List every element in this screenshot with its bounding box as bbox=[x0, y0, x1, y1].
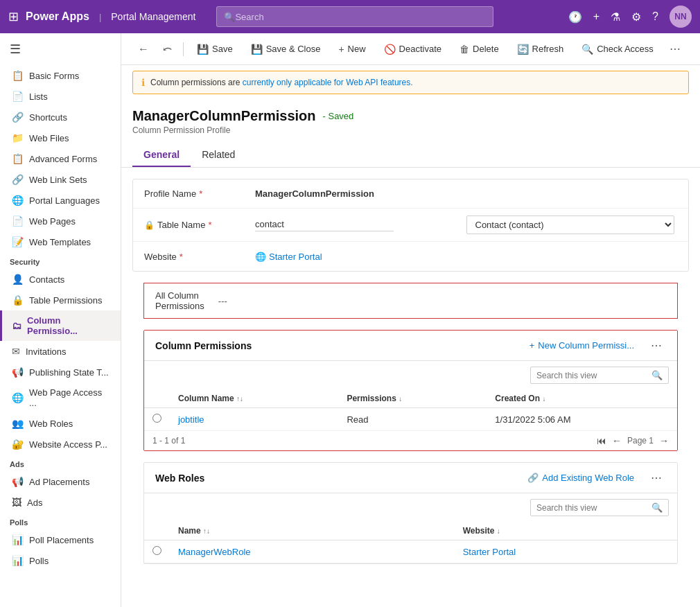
web-roles-website-header[interactable]: Website ↓ bbox=[455, 522, 677, 540]
sidebar-item-ad-placements[interactable]: 📢 Ad Placements bbox=[0, 471, 121, 492]
page-number: Page 1 bbox=[627, 436, 654, 446]
deactivate-icon: 🚫 bbox=[384, 44, 396, 55]
web-roles-search-icon: 🔍 bbox=[651, 502, 663, 513]
record-header: ManagerColumnPermission - Saved Column P… bbox=[121, 100, 700, 138]
sidebar-item-label: Web Templates bbox=[29, 237, 91, 247]
deactivate-button[interactable]: 🚫 Deactivate bbox=[376, 39, 449, 59]
sidebar-item-ads[interactable]: 🖼 Ads bbox=[0, 492, 121, 513]
save-button[interactable]: 💾 Save bbox=[189, 39, 240, 59]
table-permissions-icon: 🔒 bbox=[12, 294, 24, 306]
profile-name-value[interactable]: ManagerColumnPermission bbox=[255, 188, 677, 199]
sidebar-item-invitations[interactable]: ✉ Invitations bbox=[0, 341, 121, 362]
sidebar-item-web-files[interactable]: 📁 Web Files bbox=[0, 127, 121, 148]
profile-name-row: Profile Name * ManagerColumnPermission bbox=[133, 179, 688, 209]
column-permissions-table: Column Name ↑↓ Permissions ↓ Created On … bbox=[144, 389, 677, 431]
row-permissions: Read bbox=[338, 408, 487, 431]
table-name-dropdown[interactable]: Contact (contact) bbox=[466, 215, 678, 234]
plus-icon: + bbox=[530, 340, 535, 351]
web-roles-row-website: Starter Portal bbox=[455, 540, 677, 563]
sidebar-item-label: Publishing State T... bbox=[29, 367, 109, 378]
row-col-name: jobtitle bbox=[170, 408, 338, 431]
refresh-button[interactable]: 🔄 Refresh bbox=[509, 39, 572, 59]
pagination-text: 1 - 1 of 1 bbox=[152, 436, 185, 446]
first-page-button[interactable]: ⏮ bbox=[597, 435, 606, 446]
info-link[interactable]: currently only applicable for Web API fe… bbox=[243, 78, 413, 87]
sidebar-item-advanced-forms[interactable]: 📋 Advanced Forms bbox=[0, 148, 121, 169]
delete-button[interactable]: 🗑 Delete bbox=[452, 39, 507, 59]
sidebar-item-website-access[interactable]: 🔐 Website Access P... bbox=[0, 434, 121, 455]
column-permissions-header: Column Permissions + New Column Permissi… bbox=[144, 331, 677, 361]
sidebar-item-web-pages[interactable]: 📄 Web Pages bbox=[0, 211, 121, 231]
name-sort-icon: ↑↓ bbox=[203, 527, 210, 535]
row-radio[interactable] bbox=[144, 408, 170, 431]
tab-general[interactable]: General bbox=[132, 143, 191, 167]
save-icon: 💾 bbox=[197, 44, 209, 55]
sidebar-item-column-permissions[interactable]: 🗂 Column Permissio... bbox=[0, 310, 121, 341]
tab-related[interactable]: Related bbox=[191, 143, 246, 167]
new-column-permission-button[interactable]: + New Column Permissi... bbox=[523, 337, 641, 353]
sidebar-item-lists[interactable]: 📄 Lists bbox=[0, 86, 121, 107]
polls-section-label: Polls bbox=[0, 513, 121, 529]
check-access-button[interactable]: 🔍 Check Access bbox=[574, 39, 661, 59]
new-button[interactable]: + New bbox=[331, 39, 373, 59]
permissions-header[interactable]: Permissions ↓ bbox=[338, 389, 487, 408]
col-name-header[interactable]: Column Name ↑↓ bbox=[170, 389, 338, 408]
search-icon: 🔍 bbox=[651, 370, 663, 380]
add-icon[interactable]: + bbox=[593, 10, 600, 23]
next-page-button[interactable]: → bbox=[659, 435, 669, 446]
back-button[interactable]: ← bbox=[132, 39, 155, 59]
help-icon[interactable]: ? bbox=[652, 10, 658, 23]
ads-icon: 🖼 bbox=[12, 497, 21, 508]
web-roles-more[interactable]: ⋯ bbox=[647, 470, 666, 486]
column-permissions-more[interactable]: ⋯ bbox=[647, 337, 666, 353]
toolbar-more-button[interactable]: ⋯ bbox=[664, 39, 686, 59]
add-existing-web-role-button[interactable]: 🔗 Add Existing Web Role bbox=[520, 470, 641, 486]
save-close-button[interactable]: 💾 Save & Close bbox=[243, 39, 329, 59]
grid-icon[interactable]: ⊞ bbox=[8, 9, 19, 24]
web-roles-row-radio-input[interactable] bbox=[152, 546, 161, 555]
sidebar-item-contacts[interactable]: 👤 Contacts bbox=[0, 269, 121, 290]
column-permissions-search-input[interactable] bbox=[536, 371, 647, 380]
created-on-header[interactable]: Created On ↓ bbox=[487, 389, 677, 408]
sidebar-item-basic-forms[interactable]: 📋 Basic Forms bbox=[0, 65, 121, 86]
global-search[interactable]: 🔍 Search bbox=[216, 6, 493, 27]
manager-web-role-link[interactable]: ManagerWebRole bbox=[178, 547, 251, 557]
sidebar-item-portal-languages[interactable]: 🌐 Portal Languages bbox=[0, 190, 121, 211]
web-roles-icon: 👥 bbox=[12, 418, 24, 429]
sidebar-item-poll-placements[interactable]: 📊 Poll Placements bbox=[0, 529, 121, 550]
website-value: 🌐 Starter Portal bbox=[255, 252, 677, 262]
sidebar-item-publishing-state[interactable]: 📢 Publishing State T... bbox=[0, 362, 121, 382]
sidebar-item-web-roles[interactable]: 👥 Web Roles bbox=[0, 413, 121, 434]
sidebar-item-shortcuts[interactable]: 🔗 Shortcuts bbox=[0, 107, 121, 127]
table-name-select[interactable]: Contact (contact) bbox=[466, 215, 674, 234]
web-roles-name-header[interactable]: Name ↑↓ bbox=[170, 522, 455, 540]
hamburger-menu[interactable]: ☰ bbox=[0, 33, 121, 65]
prev-page-button[interactable]: ← bbox=[612, 435, 622, 446]
web-templates-icon: 📝 bbox=[12, 236, 24, 247]
user-avatar[interactable]: NN bbox=[670, 6, 692, 28]
ad-placements-icon: 📢 bbox=[12, 476, 24, 487]
sidebar-item-polls[interactable]: 📊 Polls bbox=[0, 550, 121, 571]
portal-languages-icon: 🌐 bbox=[12, 195, 24, 206]
web-roles-search[interactable]: 🔍 bbox=[530, 499, 669, 516]
all-column-permissions-box: All Column Permissions --- bbox=[143, 283, 678, 319]
web-roles-search-input[interactable] bbox=[536, 503, 647, 513]
settings-icon[interactable]: ⚙ bbox=[631, 10, 641, 24]
filter-icon[interactable]: ⚗ bbox=[611, 10, 620, 24]
recent-icon[interactable]: 🕐 bbox=[568, 10, 582, 24]
new-icon: + bbox=[338, 44, 344, 55]
sidebar-item-table-permissions[interactable]: 🔒 Table Permissions bbox=[0, 290, 121, 310]
forward-button[interactable]: ⤺ bbox=[157, 39, 177, 59]
column-permissions-search[interactable]: 🔍 bbox=[530, 367, 669, 384]
pagination: ⏮ ← Page 1 → bbox=[597, 435, 669, 446]
web-roles-row-radio[interactable] bbox=[144, 540, 170, 563]
website-link[interactable]: 🌐 Starter Portal bbox=[255, 252, 677, 262]
column-permissions-footer: 1 - 1 of 1 ⏮ ← Page 1 → bbox=[144, 431, 677, 450]
starter-portal-link[interactable]: Starter Portal bbox=[463, 547, 516, 557]
sidebar-item-label: Invitations bbox=[26, 346, 67, 357]
sidebar-item-web-link-sets[interactable]: 🔗 Web Link Sets bbox=[0, 169, 121, 190]
sidebar-item-web-page-access[interactable]: 🌐 Web Page Access ... bbox=[0, 382, 121, 413]
row-radio-input[interactable] bbox=[152, 414, 161, 423]
sidebar-item-web-templates[interactable]: 📝 Web Templates bbox=[0, 231, 121, 252]
jobtitle-link[interactable]: jobtitle bbox=[178, 414, 204, 425]
